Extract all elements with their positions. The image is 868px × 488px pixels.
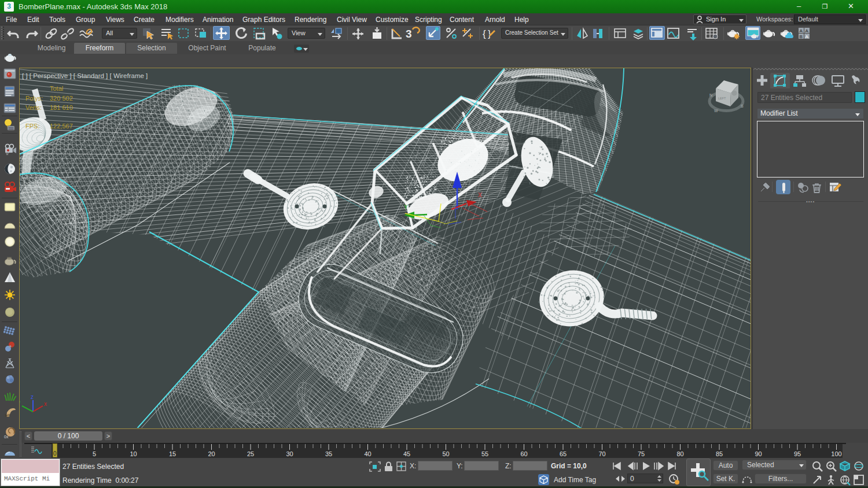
svg-text:25: 25 xyxy=(247,450,254,457)
svg-text:181 610: 181 610 xyxy=(50,104,73,111)
svg-text:75: 75 xyxy=(638,450,645,457)
svg-text:0x: 0x xyxy=(4,435,9,439)
svg-text:70: 70 xyxy=(598,450,605,457)
svg-text:5: 5 xyxy=(93,450,96,457)
svg-text:40: 40 xyxy=(364,450,371,457)
svg-text:HF: HF xyxy=(5,413,10,417)
svg-text:35: 35 xyxy=(325,450,332,457)
svg-text:15: 15 xyxy=(169,450,176,457)
svg-text:45: 45 xyxy=(403,450,410,457)
svg-text:320 502: 320 502 xyxy=(50,95,73,102)
svg-text:N: N xyxy=(709,93,712,97)
svg-text:65: 65 xyxy=(560,450,567,457)
svg-text:Verts:: Verts: xyxy=(25,104,42,111)
svg-text:80: 80 xyxy=(676,450,683,457)
svg-text:Total: Total xyxy=(50,85,63,92)
svg-text:A: A xyxy=(800,28,803,34)
svg-text:90: 90 xyxy=(755,450,762,457)
svg-text:LEFT: LEFT xyxy=(718,97,726,100)
svg-text:95: 95 xyxy=(794,450,801,457)
svg-text:A: A xyxy=(806,34,809,39)
svg-text:Polys:: Polys: xyxy=(25,95,43,102)
svg-text:X: X xyxy=(478,192,482,198)
svg-text:30: 30 xyxy=(286,450,293,457)
svg-text:[ ] [ Perspective ] [ Standard: [ ] [ Perspective ] [ Standard ] [ Wiref… xyxy=(22,72,148,79)
svg-text:{ }: { } xyxy=(483,28,491,39)
svg-text:10: 10 xyxy=(130,450,137,457)
svg-text:W: W xyxy=(714,109,718,113)
svg-text:S: S xyxy=(741,104,744,108)
svg-text:z: z xyxy=(31,394,34,400)
svg-text:x: x xyxy=(44,401,47,407)
svg-text:122,567: 122,567 xyxy=(50,123,73,130)
svg-text:100: 100 xyxy=(831,450,841,457)
svg-text:60: 60 xyxy=(520,450,527,457)
svg-text:20: 20 xyxy=(208,450,215,457)
svg-text:FPS:: FPS: xyxy=(25,123,39,130)
svg-text:50: 50 xyxy=(442,450,449,457)
svg-text:y: y xyxy=(20,400,20,406)
svg-text:B: B xyxy=(800,34,803,39)
svg-text:85: 85 xyxy=(716,450,723,457)
svg-text:55: 55 xyxy=(481,450,488,457)
svg-text:Y: Y xyxy=(404,204,408,210)
svg-text:A: A xyxy=(806,28,809,34)
svg-text:3: 3 xyxy=(406,28,412,40)
